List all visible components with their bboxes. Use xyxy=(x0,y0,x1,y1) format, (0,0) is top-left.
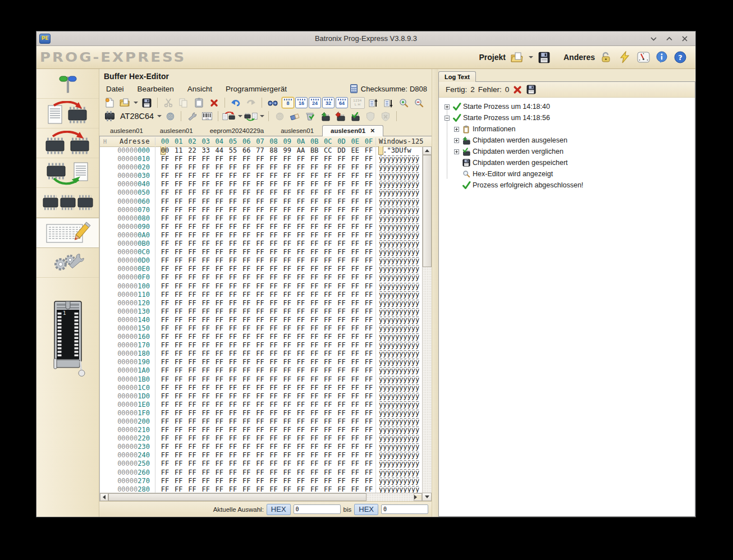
byte-cell[interactable]: FF xyxy=(213,409,226,417)
byte-cell[interactable]: FF xyxy=(158,460,172,468)
byte-cell[interactable]: FF xyxy=(240,198,253,206)
byte-cell[interactable]: FF xyxy=(321,307,335,316)
byte-cell[interactable]: FF xyxy=(199,240,213,248)
byte-cell[interactable]: FF xyxy=(240,180,253,189)
byte-cell[interactable]: FF xyxy=(335,333,348,341)
byte-cell[interactable]: FF xyxy=(362,282,375,291)
byte-cell[interactable]: FF xyxy=(294,223,308,231)
byte-cell[interactable]: FF xyxy=(199,248,213,256)
byte-cell[interactable]: FF xyxy=(213,350,226,358)
byte-cell[interactable]: FF xyxy=(267,214,281,223)
byte-cell[interactable]: FF xyxy=(281,214,294,223)
byte-cell[interactable]: FF xyxy=(226,223,240,231)
byte-cell[interactable]: FF xyxy=(158,350,172,358)
byte-cell[interactable]: FF xyxy=(213,256,226,265)
byte-cell[interactable]: FF xyxy=(185,434,199,443)
byte-cell[interactable]: FF xyxy=(281,426,294,434)
byte-cell[interactable]: FF xyxy=(172,409,185,417)
ascii-cell[interactable]: ÿÿÿÿÿÿÿÿÿÿ xyxy=(375,163,422,172)
byte-cell[interactable]: FF xyxy=(267,282,281,291)
byte-cell[interactable]: FF xyxy=(253,256,267,265)
device-options-button[interactable] xyxy=(185,110,199,122)
byte-cell[interactable]: FF xyxy=(349,282,362,291)
ascii-cell[interactable]: ÿÿÿÿÿÿÿÿÿÿ xyxy=(375,282,422,291)
byte-cell[interactable]: FF xyxy=(199,401,213,409)
byte-cell[interactable]: FF xyxy=(199,214,213,223)
byte-cell[interactable]: FF xyxy=(335,401,348,409)
ascii-cell[interactable]: ÿÿÿÿÿÿÿÿÿÿ xyxy=(375,469,422,477)
byte-cell[interactable]: FF xyxy=(185,401,199,409)
help-button[interactable]: ? xyxy=(673,51,688,64)
byte-cell[interactable]: FF xyxy=(349,316,362,324)
byte-cell[interactable]: FF xyxy=(349,477,362,485)
byte-cell[interactable]: FF xyxy=(294,307,308,316)
byte-cell[interactable]: FF xyxy=(226,214,240,223)
hex-row[interactable]: 00000240FFFFFFFFFFFFFFFFFFFFFFFFFFFFFFFF… xyxy=(100,451,422,460)
tree-expander-plus-icon[interactable] xyxy=(445,104,450,109)
byte-cell[interactable]: FF xyxy=(253,291,267,299)
byte-cell[interactable]: FF xyxy=(185,172,199,180)
byte-cell[interactable]: FF xyxy=(281,477,294,485)
redo-button[interactable] xyxy=(244,97,258,109)
byte-cell[interactable]: FF xyxy=(294,392,308,401)
byte-cell[interactable]: FF xyxy=(321,282,335,291)
hex-row[interactable]: 00000270FFFFFFFFFFFFFFFFFFFFFFFFFFFFFFFF… xyxy=(100,477,422,485)
byte-cell[interactable]: FF xyxy=(199,316,213,324)
byte-cell[interactable]: FF xyxy=(172,240,185,248)
protect-chip-button[interactable] xyxy=(364,110,377,122)
unprotect-chip-button[interactable] xyxy=(379,110,392,122)
byte-cell[interactable]: FF xyxy=(158,358,172,366)
byte-cell[interactable]: FF xyxy=(240,358,253,366)
byte-cell[interactable]: FF xyxy=(267,401,281,409)
byte-cell[interactable]: FF xyxy=(308,180,321,189)
byte-cell[interactable]: FF xyxy=(199,223,213,231)
info-button[interactable] xyxy=(654,51,669,64)
byte-cell[interactable]: FF xyxy=(226,350,240,358)
byte-cell[interactable]: FF xyxy=(253,350,267,358)
vertical-scroll-track[interactable] xyxy=(423,267,431,493)
byte-cell[interactable]: FF xyxy=(172,426,185,434)
byte-cell[interactable]: FF xyxy=(158,189,172,197)
byte-cell[interactable]: FF xyxy=(335,214,348,223)
byte-cell[interactable]: FF xyxy=(308,316,321,324)
byte-cell[interactable]: FF xyxy=(158,163,172,172)
byte-cell[interactable]: FF xyxy=(308,451,321,460)
byte-cell[interactable]: FF xyxy=(240,155,253,163)
byte-cell[interactable]: FF xyxy=(267,426,281,434)
byte-cell[interactable]: FF xyxy=(294,417,308,426)
byte-cell[interactable]: FF xyxy=(267,265,281,273)
byte-cell[interactable]: FF xyxy=(253,384,267,392)
sidebar-item-copy-chip-to-chip[interactable] xyxy=(36,128,99,158)
byte-cell[interactable]: FF xyxy=(253,155,267,163)
hex-row[interactable]: 000001C0FFFFFFFFFFFFFFFFFFFFFFFFFFFFFFFF… xyxy=(100,384,422,392)
ascii-cell[interactable]: ÿÿÿÿÿÿÿÿÿÿ xyxy=(375,206,422,214)
view-size-8-button[interactable]: 8 xyxy=(282,97,294,108)
byte-cell[interactable]: FF xyxy=(349,350,362,358)
open-file-dropdown-icon[interactable] xyxy=(134,102,138,104)
byte-cell[interactable]: FF xyxy=(294,155,308,163)
byte-cell[interactable]: FF xyxy=(321,231,335,240)
byte-cell[interactable]: FF xyxy=(335,375,348,384)
tab-auslesen01-4[interactable]: auslesen01× xyxy=(322,125,383,136)
byte-cell[interactable]: FF xyxy=(321,189,335,197)
byte-cell[interactable]: FF xyxy=(321,426,335,434)
byte-cell[interactable]: FF xyxy=(240,299,253,307)
byte-cell[interactable]: FF xyxy=(308,401,321,409)
ascii-cell[interactable]: ÿÿÿÿÿÿÿÿÿÿ xyxy=(375,198,422,206)
byte-cell[interactable]: FF xyxy=(308,206,321,214)
byte-cell[interactable]: FF xyxy=(349,273,362,282)
byte-cell[interactable]: FF xyxy=(158,155,172,163)
byte-cell[interactable]: FF xyxy=(308,282,321,291)
byte-cell[interactable]: FF xyxy=(240,443,253,451)
byte-cell[interactable]: FF xyxy=(321,375,335,384)
hex-row[interactable]: 00000070FFFFFFFFFFFFFFFFFFFFFFFFFFFFFFFF… xyxy=(100,206,422,214)
project-open-button[interactable] xyxy=(510,51,524,64)
project-save-button[interactable] xyxy=(537,51,552,64)
tree-expander-plus-icon[interactable] xyxy=(454,138,459,143)
byte-cell[interactable]: FF xyxy=(172,451,185,460)
menu-programmiergeraet[interactable]: Programmiergerät xyxy=(219,83,294,95)
byte-cell[interactable]: FF xyxy=(253,180,267,189)
byte-cell[interactable]: FF xyxy=(158,366,172,375)
byte-cell[interactable]: FF xyxy=(226,409,240,417)
byte-cell[interactable]: FF xyxy=(172,401,185,409)
